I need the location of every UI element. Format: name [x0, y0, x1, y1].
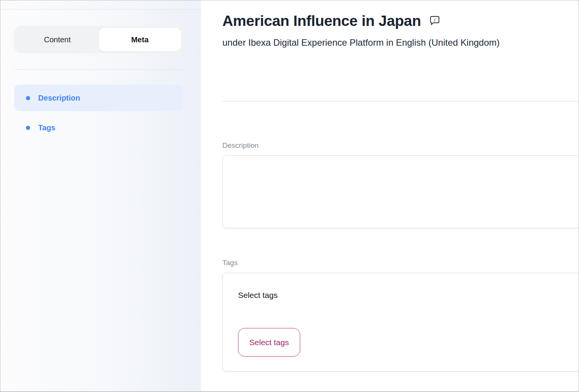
anchor-nav: Description Tags [14, 85, 183, 141]
tags-field: Select tags Select tags [222, 273, 579, 371]
info-speech-bubble-icon[interactable]: i [429, 15, 440, 27]
section-divider [222, 101, 579, 102]
location-language-subtitle: under Ibexa Digital Experience Platform … [222, 37, 579, 48]
description-field-label: Description [222, 141, 579, 150]
title-row: American Influence in Japan i [222, 12, 579, 30]
sidebar-top-strip [0, 0, 201, 10]
tab-meta[interactable]: Meta [99, 28, 182, 51]
meta-edit-panel: American Influence in Japan i under Ibex… [201, 0, 579, 391]
description-textarea[interactable] [223, 156, 579, 228]
sidebar-body: Content Meta Description Tags [0, 10, 201, 141]
tab-content[interactable]: Content [16, 28, 99, 51]
sidebar-divider [14, 69, 183, 70]
select-tags-button[interactable]: Select tags [238, 328, 300, 357]
tags-field-title: Select tags [238, 290, 579, 300]
nav-item-tags[interactable]: Tags [14, 114, 183, 141]
content-meta-switcher: Content Meta [14, 26, 183, 53]
nav-item-label: Description [38, 94, 80, 102]
tags-field-label: Tags [222, 259, 579, 267]
svg-text:i: i [434, 17, 436, 22]
page-title: American Influence in Japan [222, 12, 421, 30]
nav-item-description[interactable]: Description [14, 85, 183, 111]
bullet-dot-icon [26, 126, 30, 130]
app-window: Content Meta Description Tags American I… [0, 0, 579, 392]
description-field [222, 155, 579, 228]
nav-item-label: Tags [38, 123, 55, 132]
meta-sidebar: Content Meta Description Tags [0, 0, 201, 391]
bullet-dot-icon [26, 96, 30, 100]
